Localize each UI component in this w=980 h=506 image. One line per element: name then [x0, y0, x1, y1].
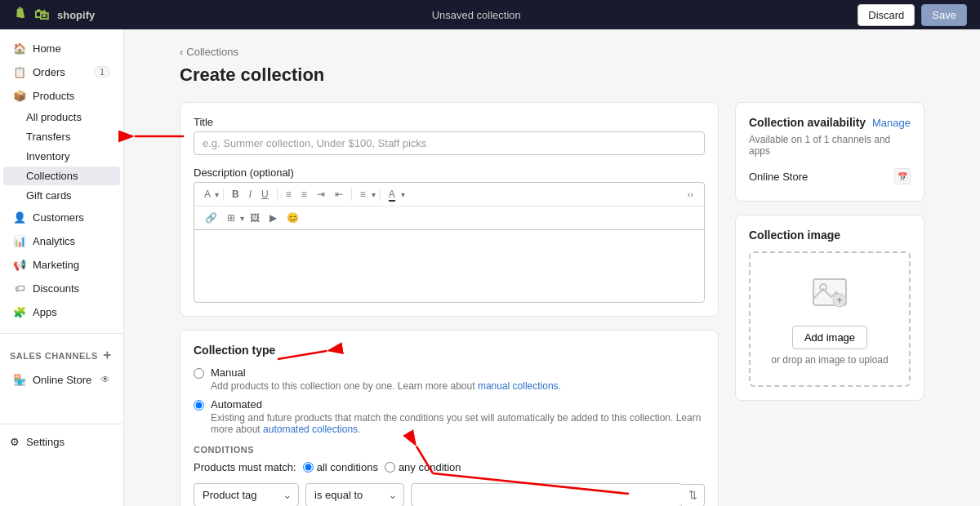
manual-radio[interactable] [194, 368, 204, 379]
product-tag-select[interactable]: Product tag Product title Product type P… [194, 483, 299, 506]
sidebar-label-marketing: Marketing [33, 259, 79, 271]
sidebar-item-marketing[interactable]: 📢 Marketing [3, 253, 120, 276]
sidebar-label-analytics: Analytics [33, 235, 75, 247]
align-dropdown-icon[interactable]: ▾ [372, 190, 376, 199]
video-button[interactable]: ▶ [265, 210, 281, 226]
home-icon: 🏠 [13, 42, 26, 55]
table-dropdown-icon[interactable]: ▾ [240, 214, 244, 223]
manage-link[interactable]: Manage [872, 117, 911, 129]
link-button[interactable]: 🔗 [201, 210, 221, 226]
manual-option-content: Manual Add products to this collection o… [211, 366, 561, 392]
color-dropdown-icon[interactable]: ▾ [401, 190, 405, 199]
description-editor[interactable] [194, 229, 705, 303]
conditions-label: CONDITIONS [194, 445, 705, 455]
emoji-button[interactable]: 😊 [283, 210, 303, 226]
ol-button[interactable]: ≡ [297, 186, 311, 202]
match-text: Products must match: [194, 461, 296, 473]
eye-icon[interactable]: 👁 [100, 374, 110, 385]
rte-toolbar: A ▾ B I U ≡ ≡ ⇥ ⇤ [194, 182, 705, 206]
manual-desc-text: Add products to this collection one by o… [211, 380, 475, 392]
any-condition-radio[interactable] [385, 462, 395, 473]
add-image-button[interactable]: Add image [792, 326, 867, 349]
topbar-left: 🛍 shopify [13, 7, 95, 24]
automated-desc: Existing and future products that match … [211, 412, 705, 435]
chevron-left-icon: ‹ [180, 46, 183, 58]
all-conditions-text: all conditions [317, 461, 378, 473]
products-icon: 📦 [13, 89, 26, 102]
bold-button[interactable]: B [228, 186, 243, 202]
italic-button[interactable]: I [245, 186, 256, 202]
operator-select-wrap: is equal to is not equal to starts with … [305, 483, 404, 506]
sidebar-item-online-store[interactable]: 🏪 Online Store 👁 [3, 368, 120, 391]
color-button[interactable]: A [385, 186, 399, 202]
automated-option: Automated Existing and future products t… [194, 398, 705, 435]
sidebar-label-gift-cards: Gift cards [26, 189, 72, 202]
font-label: A [201, 187, 214, 202]
sidebar-label-inventory: Inventory [26, 150, 69, 162]
all-conditions-radio[interactable] [303, 462, 314, 473]
sidebar-item-analytics[interactable]: 📊 Analytics [3, 229, 120, 252]
sidebar-item-collections[interactable]: Collections [3, 166, 120, 185]
main-content: ‹ Collections Create collection Title De… [124, 29, 980, 506]
image-upload-area[interactable]: + Add image or drop an image to upload [749, 251, 911, 387]
add-channel-icon[interactable]: ＋ [100, 347, 114, 364]
sidebar: 🏠 Home 📋 Orders 1 📦 Products All product… [0, 29, 124, 506]
image-button[interactable]: 🖼 [246, 210, 264, 226]
marketing-icon: 📢 [13, 258, 26, 271]
side-column: Collection availability Manage Available… [735, 102, 924, 506]
topbar: 🛍 shopify Unsaved collection Discard Sav… [0, 0, 980, 29]
topbar-store: shopify [57, 9, 95, 21]
availability-card: Collection availability Manage Available… [735, 102, 924, 202]
align-button[interactable]: ≡ [356, 186, 370, 202]
sidebar-item-transfers[interactable]: Transfers [3, 127, 120, 146]
discard-button[interactable]: Discard [858, 4, 915, 26]
automated-collections-link[interactable]: automated collections [263, 424, 358, 435]
breadcrumb[interactable]: ‹ Collections [180, 46, 924, 58]
save-button[interactable]: Save [921, 4, 967, 26]
availability-header: Collection availability Manage [749, 116, 911, 129]
calendar-icon[interactable]: 📅 [894, 168, 911, 184]
image-card: Collection image + [735, 215, 924, 401]
sidebar-item-customers[interactable]: 👤 Customers [3, 206, 120, 229]
sidebar-item-products[interactable]: 📦 Products [3, 84, 120, 107]
sidebar-item-gift-cards[interactable]: Gift cards [3, 186, 120, 205]
ul-button[interactable]: ≡ [282, 186, 296, 202]
automated-label[interactable]: Automated [211, 398, 262, 411]
sidebar-item-home[interactable]: 🏠 Home [3, 37, 120, 60]
manual-desc: Add products to this collection one by o… [211, 380, 561, 392]
underline-button[interactable]: U [257, 186, 273, 202]
operator-select[interactable]: is equal to is not equal to starts with … [305, 483, 404, 506]
description-field-label: Description (optional) [194, 166, 705, 179]
all-conditions-label[interactable]: all conditions [303, 461, 378, 473]
conditions-section: CONDITIONS Products must match: all cond… [194, 445, 705, 506]
topbar-actions: Discard Save [858, 4, 967, 26]
sidebar-item-orders[interactable]: 📋 Orders 1 [3, 60, 120, 83]
sidebar-item-inventory[interactable]: Inventory [3, 147, 120, 166]
outdent-button[interactable]: ⇤ [331, 186, 347, 202]
sidebar-item-discounts[interactable]: 🏷 Discounts [3, 277, 120, 300]
sidebar-label-discounts: Discounts [33, 282, 79, 295]
sidebar-label-products: Products [33, 90, 74, 102]
source-button[interactable]: ‹› [684, 187, 697, 202]
condition-value-input[interactable] [411, 483, 683, 506]
sidebar-item-settings[interactable]: ⚙ Settings [0, 431, 123, 453]
sidebar-label-orders: Orders [33, 66, 65, 78]
condition-value-stepper[interactable]: ⇅ [682, 484, 705, 507]
title-input[interactable] [194, 131, 705, 155]
main-column: Title Description (optional) A ▾ [180, 102, 719, 506]
font-dropdown-icon[interactable]: ▾ [215, 190, 219, 199]
automated-radio[interactable] [194, 400, 204, 411]
sidebar-item-apps[interactable]: 🧩 Apps [3, 300, 120, 323]
manual-option: Manual Add products to this collection o… [194, 366, 705, 392]
match-row: Products must match: all conditions any … [194, 461, 705, 473]
table-button[interactable]: ⊞ [223, 210, 239, 226]
any-condition-label[interactable]: any condition [385, 461, 461, 473]
sep4 [380, 188, 381, 201]
condition-row: Product tag Product title Product type P… [194, 483, 705, 506]
automated-option-content: Automated Existing and future products t… [211, 398, 705, 435]
value-input-wrap: ⇅ [411, 483, 705, 506]
manual-label[interactable]: Manual [211, 366, 246, 379]
sidebar-item-all-products[interactable]: All products [3, 108, 120, 126]
indent-button[interactable]: ⇥ [313, 186, 329, 202]
manual-collections-link[interactable]: manual collections [478, 380, 559, 392]
